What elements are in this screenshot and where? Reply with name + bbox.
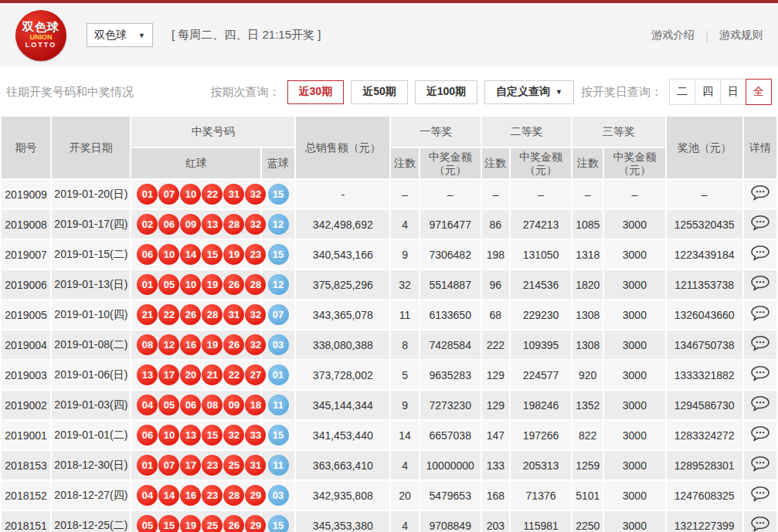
second-prize-amount-cell: 205313 xyxy=(510,450,572,480)
period-cell: 2018151 xyxy=(1,510,51,532)
detail-comment-icon[interactable] xyxy=(750,275,770,294)
site-header: 双色球 UNION LOTTO 双色球 ▼ [ 每周二、四、日 21:15开奖 … xyxy=(0,3,778,67)
third-prize-count-cell: 1085 xyxy=(572,209,603,239)
red-ball: 01 xyxy=(137,455,158,476)
second-prize-count-cell: 222 xyxy=(481,330,510,360)
union-lotto-logo: 双色球 UNION LOTTO xyxy=(15,10,66,61)
detail-comment-icon[interactable] xyxy=(750,425,770,445)
period-button-last30[interactable]: 近30期 xyxy=(287,80,345,104)
logo-text-union: UNION xyxy=(30,33,53,41)
detail-comment-icon[interactable] xyxy=(750,245,770,264)
red-ball: 18 xyxy=(245,395,266,415)
detail-cell xyxy=(743,179,777,209)
total-sales-cell: 341,453,440 xyxy=(295,420,390,450)
detail-cell xyxy=(743,450,777,480)
lottery-type-select[interactable]: 双色球 ▼ xyxy=(87,23,153,47)
custom-query-label: 自定义查询 xyxy=(496,85,550,99)
detail-comment-icon[interactable] xyxy=(750,305,770,324)
table-row: 2019008 2019-01-17(四) 020609132832 12 34… xyxy=(1,209,777,239)
detail-comment-icon[interactable] xyxy=(750,516,770,532)
day-button-sun[interactable]: 日 xyxy=(720,79,746,105)
red-ball: 01 xyxy=(137,274,158,295)
red-ball: 13 xyxy=(202,214,223,235)
period-button-last50[interactable]: 近50期 xyxy=(351,80,408,104)
period-cell: 2019002 xyxy=(1,390,51,420)
header-second-amount: 中奖金额（元） xyxy=(510,147,572,179)
period-cell: 2019006 xyxy=(1,269,51,300)
red-ball: 07 xyxy=(158,184,179,205)
table-row: 2019001 2019-01-01(二) 061013153233 15 34… xyxy=(1,420,777,450)
chevron-down-icon: ▼ xyxy=(138,32,145,39)
custom-query-dropdown[interactable]: 自定义查询 ▼ xyxy=(484,80,574,104)
first-prize-amount-cell: 7428584 xyxy=(420,330,481,360)
first-prize-amount-cell: 6133650 xyxy=(420,300,481,330)
red-ball: 06 xyxy=(158,214,179,235)
period-cell: 2019008 xyxy=(1,209,51,239)
period-cell: 2019003 xyxy=(1,360,51,390)
red-ball: 23 xyxy=(245,244,266,265)
third-prize-amount-cell: 3000 xyxy=(603,239,665,269)
section-title: 往期开奖号码和中奖情况 xyxy=(6,85,134,100)
red-ball: 22 xyxy=(158,304,179,325)
red-balls-cell: 061013153233 xyxy=(131,420,261,450)
red-balls-cell: 040506080918 xyxy=(131,390,261,420)
red-ball: 07 xyxy=(158,455,179,476)
red-ball: 09 xyxy=(223,395,244,415)
detail-comment-icon[interactable] xyxy=(750,395,770,415)
table-row: 2019005 2019-01-10(四) 212226283132 07 34… xyxy=(1,300,777,330)
day-button-all[interactable]: 全 xyxy=(746,79,772,105)
red-ball: 16 xyxy=(180,485,201,506)
filter-bar: 往期开奖号码和中奖情况 按期次查询： 近30期 近50期 近100期 自定义查询… xyxy=(0,67,778,115)
detail-comment-icon[interactable] xyxy=(750,365,770,385)
draw-date-cell: 2019-01-15(二) xyxy=(51,239,131,269)
game-intro-link[interactable]: 游戏介绍 xyxy=(651,29,695,42)
red-ball: 10 xyxy=(180,184,201,205)
detail-comment-icon[interactable] xyxy=(750,456,770,475)
red-ball: 21 xyxy=(202,364,223,385)
first-prize-count-cell: 11 xyxy=(390,300,419,330)
third-prize-count-cell: 2250 xyxy=(572,510,603,532)
red-ball: 31 xyxy=(223,184,244,205)
red-ball: 32 xyxy=(245,214,266,235)
red-ball: 32 xyxy=(245,304,266,325)
third-prize-amount-cell: – xyxy=(603,179,665,209)
jackpot-cell: 1333321882 xyxy=(666,360,743,390)
red-ball: 33 xyxy=(245,425,266,446)
header-second-prize: 二等奖 xyxy=(481,116,572,147)
jackpot-cell: 1211353738 xyxy=(666,269,743,300)
first-prize-count-cell: 14 xyxy=(390,420,419,450)
total-sales-cell: 373,728,002 xyxy=(295,360,390,390)
detail-cell xyxy=(743,239,777,269)
third-prize-count-cell: 1318 xyxy=(572,239,603,269)
detail-comment-icon[interactable] xyxy=(750,335,770,354)
red-ball: 32 xyxy=(245,334,266,355)
total-sales-cell: 343,365,078 xyxy=(295,300,390,330)
header-period: 期号 xyxy=(1,116,51,179)
red-ball: 25 xyxy=(202,515,223,532)
period-button-last100[interactable]: 近100期 xyxy=(415,80,477,104)
red-ball: 29 xyxy=(245,515,266,532)
day-button-tue[interactable]: 二 xyxy=(669,79,695,105)
draw-date-cell: 2019-01-20(日) xyxy=(51,179,131,209)
second-prize-count-cell: – xyxy=(481,179,510,209)
red-balls-cell: 041416232829 xyxy=(131,480,261,510)
header-detail: 详情 xyxy=(743,116,777,179)
table-row: 2018151 2018-12-25(二) 051519252629 15 34… xyxy=(1,510,777,532)
blue-ball: 15 xyxy=(268,515,289,532)
detail-comment-icon[interactable] xyxy=(750,185,770,204)
first-prize-count-cell: 32 xyxy=(390,269,419,300)
day-button-thu[interactable]: 四 xyxy=(695,79,721,105)
jackpot-cell: – xyxy=(666,179,743,209)
red-ball: 28 xyxy=(223,485,244,506)
second-prize-count-cell: 96 xyxy=(481,269,510,300)
game-rules-link[interactable]: 游戏规则 xyxy=(719,29,763,42)
total-sales-cell: 342,498,692 xyxy=(295,209,390,239)
detail-comment-icon[interactable] xyxy=(750,486,770,505)
detail-comment-icon[interactable] xyxy=(750,215,770,234)
red-ball: 32 xyxy=(245,184,266,205)
jackpot-cell: 1321227399 xyxy=(666,510,743,532)
third-prize-amount-cell: 3000 xyxy=(603,330,665,360)
first-prize-count-cell: 20 xyxy=(390,480,419,510)
red-balls-cell: 131720212227 xyxy=(131,360,261,390)
red-ball: 26 xyxy=(223,515,244,532)
